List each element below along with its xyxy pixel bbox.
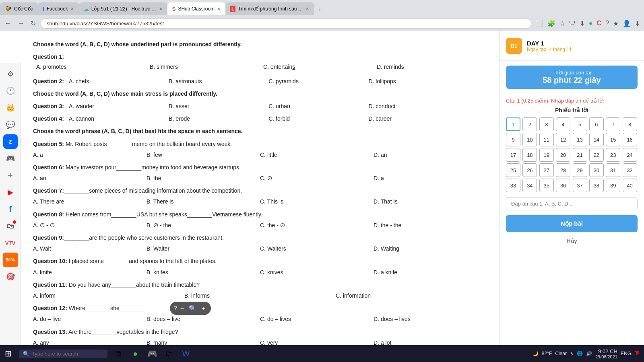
number-cell-1[interactable]: 1 xyxy=(506,117,520,131)
number-cell-5[interactable]: 5 xyxy=(573,117,587,131)
forward-button[interactable]: → xyxy=(16,19,26,28)
bookmark-icon[interactable]: ☆ xyxy=(559,19,566,28)
lang-indicator[interactable]: ENG xyxy=(621,351,631,356)
number-cell-22[interactable]: 22 xyxy=(589,148,604,162)
facebook-sidebar-icon[interactable]: f xyxy=(3,202,18,216)
taskbar-chevron[interactable]: ∧ xyxy=(570,351,574,356)
tiki-sidebar-icon[interactable]: 50% xyxy=(3,253,18,267)
url-box[interactable]: shub.edu.vn/class/YSGWS/homework/775325/… xyxy=(41,19,531,29)
circle-icon[interactable]: ● xyxy=(588,19,594,28)
number-cell-15[interactable]: 15 xyxy=(606,133,620,146)
tab-lop9a1-close[interactable]: ✕ xyxy=(159,6,163,12)
tab-search-title: Tìm m để phương trình sau c... xyxy=(238,6,303,12)
number-cell-10[interactable]: 10 xyxy=(522,133,537,146)
number-cell-19[interactable]: 19 xyxy=(539,148,554,162)
q4-block: Question 4: A. cannon B. erode C. forbid… xyxy=(33,114,487,124)
number-cell-38[interactable]: 38 xyxy=(589,179,604,192)
number-cell-6[interactable]: 6 xyxy=(589,117,604,131)
number-cell-33[interactable]: 33 xyxy=(506,179,520,192)
number-cell-21[interactable]: 21 xyxy=(573,148,587,162)
number-cell-11[interactable]: 11 xyxy=(539,133,554,146)
tab-coccoc[interactable]: 🐓 Cốc Cốc xyxy=(0,2,38,15)
new-tab-button[interactable]: + xyxy=(314,5,324,15)
back-button[interactable]: ← xyxy=(3,19,13,28)
section2-title: Choose the word (A, B, C, D) whose main … xyxy=(33,89,487,99)
history-sidebar-icon[interactable]: 🕐 xyxy=(3,84,18,98)
number-cell-9[interactable]: 9 xyxy=(506,133,520,146)
number-cell-3[interactable]: 3 xyxy=(539,117,554,131)
taskbar-app-taskview[interactable]: ⧉ xyxy=(111,346,126,361)
tab-shub-close[interactable]: ✕ xyxy=(217,6,221,12)
taskbar-notification[interactable]: 🗨 xyxy=(634,351,639,356)
help-icon[interactable]: ? xyxy=(605,19,610,28)
crown-sidebar-icon[interactable]: 👑 xyxy=(3,101,18,115)
more-icon[interactable]: ⬇ xyxy=(634,19,641,28)
number-cell-31[interactable]: 31 xyxy=(606,163,620,177)
tab-search-close[interactable]: ✕ xyxy=(305,6,309,12)
number-cell-35[interactable]: 35 xyxy=(539,179,554,192)
number-cell-18[interactable]: 18 xyxy=(522,148,537,162)
number-cell-24[interactable]: 24 xyxy=(623,148,637,162)
shield-icon[interactable]: 🛡 xyxy=(568,19,576,28)
volume-icon[interactable]: 🔊 xyxy=(586,351,592,356)
number-cell-30[interactable]: 30 xyxy=(589,163,604,177)
number-cell-34[interactable]: 34 xyxy=(522,179,537,192)
number-cell-29[interactable]: 29 xyxy=(573,163,587,177)
zoom-in-button[interactable]: + xyxy=(200,304,207,313)
ball-sidebar-icon[interactable]: 🎯 xyxy=(3,269,18,284)
q4-options: A. cannon B. erode C. forbid D. career xyxy=(69,114,469,124)
download-icon[interactable]: ⬇ xyxy=(579,19,586,28)
number-cell-14[interactable]: 14 xyxy=(589,133,604,146)
number-cell-12[interactable]: 12 xyxy=(556,133,570,146)
zalo-sidebar-icon[interactable]: Z xyxy=(3,134,18,149)
taskbar-app-game[interactable]: 🎮 xyxy=(144,346,160,361)
number-cell-20[interactable]: 20 xyxy=(556,148,570,162)
number-cell-37[interactable]: 37 xyxy=(573,179,587,192)
number-cell-25[interactable]: 25 xyxy=(506,163,520,177)
number-cell-26[interactable]: 26 xyxy=(522,163,537,177)
tab-shub[interactable]: S SHub Classroom ✕ xyxy=(167,2,225,15)
extensions-icon[interactable]: 🧩 xyxy=(547,19,556,28)
number-cell-4[interactable]: 4 xyxy=(556,117,570,131)
taskbar-search-box[interactable]: 🔍 xyxy=(19,350,107,358)
c-icon[interactable]: C xyxy=(596,19,603,28)
answer-input[interactable] xyxy=(506,197,638,210)
number-cell-8[interactable]: 8 xyxy=(623,117,637,131)
tab-search[interactable]: L Tìm m để phương trình sau c... ✕ xyxy=(225,2,314,15)
star-icon[interactable]: ★ xyxy=(612,19,619,28)
cancel-button[interactable]: Hủy xyxy=(506,235,638,247)
number-cell-39[interactable]: 39 xyxy=(606,179,620,192)
profile-icon[interactable]: 👤 xyxy=(622,19,632,28)
vtv-sidebar-icon[interactable]: VTV xyxy=(3,236,18,250)
number-cell-32[interactable]: 32 xyxy=(623,163,637,177)
number-cell-27[interactable]: 27 xyxy=(539,163,554,177)
windows-start-icon[interactable]: ⊞ xyxy=(5,349,12,358)
zoom-out-button[interactable]: − xyxy=(179,304,186,313)
tab-facebook-close[interactable]: ✕ xyxy=(70,6,74,12)
number-cell-40[interactable]: 40 xyxy=(623,179,637,192)
number-cell-7[interactable]: 7 xyxy=(606,117,620,131)
number-cell-23[interactable]: 23 xyxy=(606,148,620,162)
number-cell-36[interactable]: 36 xyxy=(556,179,570,192)
tab-facebook[interactable]: f Facebook ✕ xyxy=(38,2,79,15)
settings-sidebar-icon[interactable]: ⚙ xyxy=(3,67,18,81)
taskbar-app-office[interactable]: 🗂 xyxy=(161,346,177,361)
taskbar-app-word[interactable]: W xyxy=(178,346,194,361)
game-sidebar-icon[interactable]: 🎮 xyxy=(3,151,18,166)
youtube-sidebar-icon[interactable]: ▶ xyxy=(3,185,18,200)
number-cell-28[interactable]: 28 xyxy=(556,163,570,177)
screen-cast-icon[interactable]: ⬜ xyxy=(535,19,544,28)
taskbar-app-chrome[interactable]: ● xyxy=(128,346,143,361)
number-cell-13[interactable]: 13 xyxy=(573,133,587,146)
shop-sidebar-icon[interactable]: 🛍 xyxy=(3,219,18,233)
tab-lop9a1[interactable]: ☁ Lớp 9a1 ( 21-22) - Học trực t... ✕ xyxy=(79,2,167,15)
number-cell-16[interactable]: 16 xyxy=(623,133,637,146)
taskbar-search-input[interactable] xyxy=(32,351,100,357)
number-cell-2[interactable]: 2 xyxy=(522,117,537,131)
zoom-fit-button[interactable]: 🔍 xyxy=(187,304,198,313)
submit-button[interactable]: Nộp bài xyxy=(506,215,638,232)
refresh-button[interactable]: ↻ xyxy=(29,19,37,28)
messenger-sidebar-icon[interactable]: 💬 xyxy=(3,117,18,132)
add-sidebar-icon[interactable]: + xyxy=(3,168,18,183)
number-cell-17[interactable]: 17 xyxy=(506,148,520,162)
